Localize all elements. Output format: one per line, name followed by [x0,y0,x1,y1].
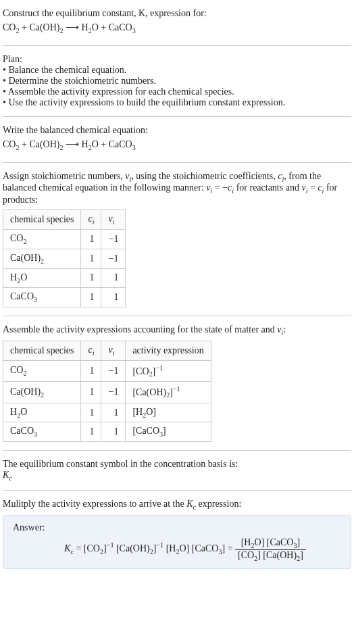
activity-intro: Assemble the activity expressions accoun… [3,324,351,337]
table-row: CaCO3 1 1 [CaCO3] [3,422,211,442]
balanced-equation: CO2 + Ca(OH)2 ⟶ H2O + CaCO3 [3,139,351,151]
intro-prompt-text: Construct the equilibrium constant, K, e… [3,8,207,18]
cell-vi: 1 [101,268,126,288]
cell-vi: −1 [101,360,126,381]
stoich-intro: Assign stoichiometric numbers, νi, using… [3,171,351,206]
plan-label: Plan: [3,54,351,65]
cell-vi: −1 [101,229,126,249]
cell-species: H2O [3,403,81,422]
col-species: chemical species [3,210,81,230]
col-species: chemical species [3,341,81,360]
table-row: H2O 1 1 [H2O] [3,403,211,422]
plan-section: Plan: • Balance the chemical equation. •… [3,51,351,111]
plan-item: • Balance the chemical equation. [3,65,351,76]
answer-denominator: [CO2] [Ca(OH)2] [235,550,306,562]
cell-ci: 1 [81,360,101,381]
kc-symbol-section: The equilibrium constant symbol in the c… [3,456,351,485]
table-header-row: chemical species ci νi activity expressi… [3,341,211,360]
cell-ci: 1 [81,403,101,422]
cell-vi: −1 [101,382,126,403]
kc-symbol: Kc [3,470,351,482]
answer-box: Answer: Kc = [CO2]−1 [Ca(OH)2]−1 [H2O] [… [3,515,351,570]
cell-species: CaCO3 [3,422,81,442]
cell-vi: −1 [101,249,126,268]
cell-species: Ca(OH)2 [3,382,81,403]
table-row: Ca(OH)2 1 −1 [Ca(OH)2]−1 [3,382,211,403]
table-row: CaCO3 1 1 [3,288,126,307]
cell-species: CO2 [3,360,81,381]
divider [3,162,351,163]
col-vi: νi [101,210,126,230]
answer-label: Answer: [13,522,341,533]
cell-ci: 1 [81,268,101,288]
table-header-row: chemical species ci νi [3,210,126,230]
cell-activity: [CO2]−1 [126,360,211,381]
plan-item: • Assemble the activity expression for e… [3,86,351,97]
cell-ci: 1 [81,229,101,249]
table-row: CO2 1 −1 [3,229,126,249]
cell-ci: 1 [81,422,101,442]
divider [3,490,351,491]
cell-species: H2O [3,268,81,288]
balanced-label: Write the balanced chemical equation: [3,125,351,136]
intro-section: Construct the equilibrium constant, K, e… [3,5,351,40]
cell-species: CO2 [3,229,81,249]
answer-fraction: [H2O] [CaCO3] [CO2] [Ca(OH)2] [235,537,306,562]
activity-section: Assemble the activity expressions accoun… [3,322,351,445]
intro-prompt: Construct the equilibrium constant, K, e… [3,8,351,19]
cell-species: Ca(OH)2 [3,249,81,268]
cell-ci: 1 [81,288,101,307]
divider [3,116,351,117]
col-vi: νi [101,341,126,360]
intro-equation: CO2 + Ca(OH)2 ⟶ H2O + CaCO3 [3,22,351,34]
col-ci: ci [81,210,101,230]
answer-numerator: [H2O] [CaCO3] [235,537,306,550]
cell-ci: 1 [81,249,101,268]
stoich-section: Assign stoichiometric numbers, νi, using… [3,168,351,311]
multiply-section: Mulitply the activity expressions to arr… [3,496,351,572]
balanced-section: Write the balanced chemical equation: CO… [3,122,351,157]
divider [3,316,351,316]
table-row: CO2 1 −1 [CO2]−1 [3,360,211,381]
table-row: Ca(OH)2 1 −1 [3,249,126,268]
table-row: H2O 1 1 [3,268,126,288]
col-ci: ci [81,341,101,360]
activity-table: chemical species ci νi activity expressi… [3,341,211,442]
plan-item: • Use the activity expressions to build … [3,97,351,108]
answer-expression: Kc = [CO2]−1 [Ca(OH)2]−1 [H2O] [CaCO3] =… [13,537,341,562]
cell-activity: [Ca(OH)2]−1 [126,382,211,403]
cell-activity: [H2O] [126,403,211,422]
kc-symbol-label: The equilibrium constant symbol in the c… [3,459,351,470]
cell-ci: 1 [81,382,101,403]
answer-lhs: Kc = [CO2]−1 [Ca(OH)2]−1 [H2O] [CaCO3] = [64,543,235,553]
stoich-table: chemical species ci νi CO2 1 −1 Ca(OH)2 … [3,209,126,307]
cell-vi: 1 [101,288,126,307]
multiply-label: Mulitply the activity expressions to arr… [3,499,351,511]
col-activity: activity expression [126,341,211,360]
divider [3,450,351,451]
cell-vi: 1 [101,422,126,442]
cell-vi: 1 [101,403,126,422]
cell-activity: [CaCO3] [126,422,211,442]
plan-item: • Determine the stoichiometric numbers. [3,76,351,86]
divider [3,45,351,46]
cell-species: CaCO3 [3,288,81,307]
